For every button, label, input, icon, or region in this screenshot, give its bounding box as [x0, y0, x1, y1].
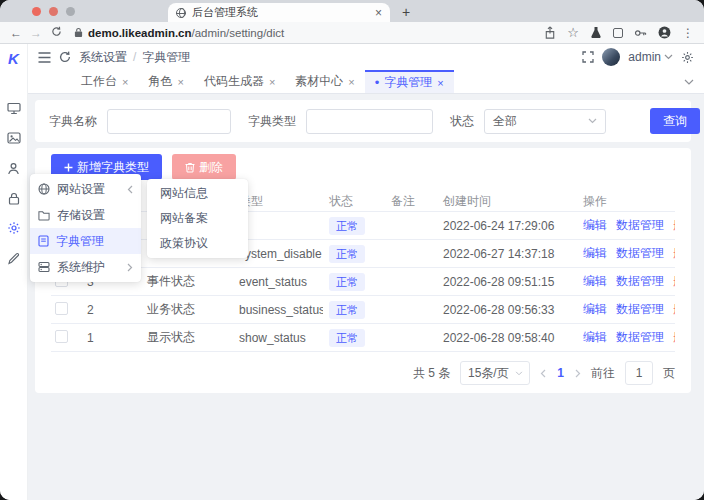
- edit-link[interactable]: 编辑: [583, 273, 607, 290]
- dict-table: 类型 状态 备注 创建时间 操作 正常: [51, 192, 675, 352]
- tab-code-generator[interactable]: 代码生成器 ×: [194, 70, 285, 93]
- fullscreen-icon[interactable]: [582, 51, 594, 63]
- extension-flask-icon[interactable]: [590, 26, 602, 39]
- delete-link[interactable]: 删除: [673, 245, 675, 262]
- password-key-icon[interactable]: [634, 27, 647, 39]
- chevron-down-icon: [664, 54, 673, 60]
- close-icon[interactable]: ×: [177, 76, 183, 88]
- submenu-item-policy-agreement[interactable]: 政策协议: [147, 231, 248, 256]
- profile-avatar-icon[interactable]: [658, 26, 671, 39]
- data-manage-link[interactable]: 数据管理: [616, 217, 664, 234]
- search-button[interactable]: 查询: [650, 108, 700, 134]
- material-image-icon[interactable]: [7, 131, 21, 145]
- menu-item-system-maintenance[interactable]: 系统维护: [30, 254, 141, 280]
- collapse-menu-icon[interactable]: [38, 52, 51, 63]
- delete-link[interactable]: 删除: [673, 273, 675, 290]
- close-icon[interactable]: ×: [437, 77, 443, 89]
- prev-page-icon[interactable]: [540, 369, 546, 378]
- user-icon[interactable]: [7, 161, 20, 175]
- submenu-item-website-info[interactable]: 网站信息: [147, 181, 248, 206]
- back-icon[interactable]: ←: [8, 26, 24, 40]
- submenu-item-website-icp[interactable]: 网站备案: [147, 206, 248, 231]
- close-icon[interactable]: ×: [348, 76, 354, 88]
- delete-link[interactable]: 删除: [673, 329, 675, 346]
- header-status: 状态: [323, 193, 385, 210]
- chevron-right-icon: [127, 263, 133, 272]
- share-icon[interactable]: [544, 26, 556, 39]
- traffic-lights: [32, 7, 75, 16]
- tab-material-center[interactable]: 素材中心 ×: [285, 70, 364, 93]
- status-badge: 正常: [329, 273, 365, 291]
- dict-type-label: 字典类型: [248, 113, 296, 130]
- zoom-window-button[interactable]: [66, 7, 75, 16]
- more-menu-icon[interactable]: ⋮: [682, 26, 694, 40]
- edit-link[interactable]: 编辑: [583, 301, 607, 318]
- browser-toolbar: ← → demo.likeadmin.cn/admin/setting/dict…: [0, 22, 704, 44]
- status-badge: 正常: [329, 329, 365, 347]
- new-tab-button[interactable]: +: [398, 4, 414, 20]
- tab-workbench[interactable]: 工作台 ×: [71, 70, 138, 93]
- goto-page-input[interactable]: [625, 361, 653, 385]
- data-manage-link[interactable]: 数据管理: [616, 273, 664, 290]
- permission-lock-icon[interactable]: [8, 191, 20, 205]
- close-window-button[interactable]: [32, 7, 41, 16]
- app-header: 系统设置 / 字典管理 admin: [28, 44, 704, 70]
- edit-link[interactable]: 编辑: [583, 245, 607, 262]
- nav-rail: K: [0, 44, 28, 500]
- dict-name-input[interactable]: [107, 109, 231, 134]
- workbench-monitor-icon[interactable]: [7, 101, 21, 115]
- forward-icon[interactable]: →: [28, 26, 44, 40]
- close-icon[interactable]: ×: [122, 76, 128, 88]
- data-manage-link[interactable]: 数据管理: [616, 329, 664, 346]
- edit-link[interactable]: 编辑: [583, 329, 607, 346]
- row-checkbox[interactable]: [55, 302, 68, 315]
- table-row: 1 显示状态 show_status 正常 2022-06-28 09:58:4…: [51, 324, 675, 352]
- delete-link[interactable]: 删除: [673, 301, 675, 318]
- padlock-icon: [74, 27, 83, 38]
- header-action: 操作: [577, 193, 675, 210]
- page-content: 字典名称 字典类型 状态 全部 查: [28, 94, 704, 500]
- page-tabs: 工作台 × 角色 × 代码生成器 × 素材中心 × 字典管理 ×: [28, 70, 704, 94]
- delete-selected-button[interactable]: 删除: [172, 154, 236, 180]
- reading-list-icon[interactable]: [613, 28, 623, 38]
- status-badge: 正常: [329, 217, 365, 235]
- row-checkbox[interactable]: [55, 330, 68, 343]
- refresh-icon[interactable]: [59, 51, 71, 63]
- tab-role[interactable]: 角色 ×: [138, 70, 193, 93]
- brand-logo[interactable]: K: [8, 50, 19, 67]
- current-page[interactable]: 1: [555, 366, 566, 380]
- page-size-select[interactable]: 15条/页: [460, 361, 530, 385]
- table-row: 3 事件状态 event_status 正常 2022-06-28 09:51:…: [51, 268, 675, 296]
- minimize-window-button[interactable]: [49, 7, 58, 16]
- status-select-value: 全部: [493, 113, 517, 130]
- address-bar[interactable]: demo.likeadmin.cn/admin/setting/dict: [74, 27, 540, 39]
- delete-link[interactable]: 删除: [673, 217, 675, 234]
- dict-type-input[interactable]: [306, 109, 433, 134]
- data-manage-link[interactable]: 数据管理: [616, 301, 664, 318]
- breadcrumb-section[interactable]: 系统设置: [79, 49, 127, 66]
- edit-link[interactable]: 编辑: [583, 217, 607, 234]
- layout-settings-gear-icon[interactable]: [681, 51, 694, 64]
- edit-pen-icon[interactable]: [7, 251, 20, 265]
- user-avatar[interactable]: [602, 48, 620, 66]
- browser-tab-title: 后台管理系统: [192, 5, 369, 20]
- tabs-dropdown-chevron-icon[interactable]: [684, 75, 694, 89]
- next-page-icon[interactable]: [575, 369, 581, 378]
- reload-icon[interactable]: [48, 26, 64, 40]
- table-row: system_disable 正常 2022-06-27 14:37:18 编辑…: [51, 240, 675, 268]
- browser-tab[interactable]: 后台管理系统 ×: [168, 3, 390, 22]
- status-select[interactable]: 全部: [484, 109, 606, 134]
- close-icon[interactable]: ×: [269, 76, 275, 88]
- user-menu[interactable]: admin: [628, 50, 673, 64]
- menu-item-dict-management[interactable]: 字典管理: [30, 228, 141, 254]
- menu-item-storage-settings[interactable]: 存储设置: [30, 202, 141, 228]
- tab-dict-management[interactable]: 字典管理 ×: [365, 70, 454, 93]
- website-settings-submenu: 网站信息 网站备案 政策协议: [147, 179, 248, 258]
- close-tab-icon[interactable]: ×: [375, 6, 382, 20]
- globe-icon: [38, 183, 50, 195]
- bookmark-star-icon[interactable]: ☆: [567, 26, 579, 39]
- settings-gear-icon[interactable]: [7, 221, 21, 235]
- status-badge: 正常: [329, 245, 365, 263]
- menu-item-website-settings[interactable]: 网站设置: [30, 176, 141, 202]
- data-manage-link[interactable]: 数据管理: [616, 245, 664, 262]
